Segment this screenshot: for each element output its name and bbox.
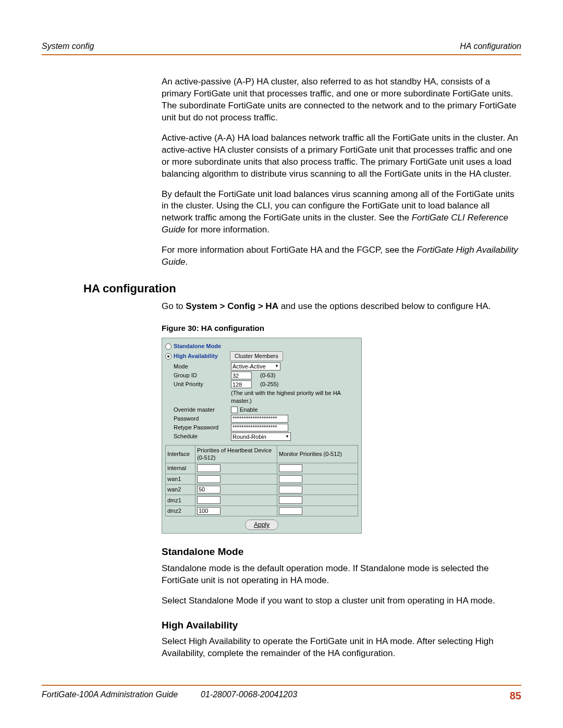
override-master-checkbox[interactable] (231, 406, 238, 413)
table-row: wan2 (166, 484, 358, 495)
monitor-input[interactable] (279, 496, 302, 504)
mode-select[interactable]: Active-Active (231, 362, 280, 371)
col-heartbeat: Priorities of Heartbeat Device (0-512) (195, 445, 277, 463)
iface-cell: wan2 (166, 484, 195, 495)
heartbeat-input[interactable] (197, 475, 221, 483)
schedule-select[interactable]: Round-Robin (231, 433, 291, 441)
monitor-input[interactable] (279, 475, 302, 483)
monitor-input[interactable] (279, 464, 302, 472)
heartbeat-input[interactable] (197, 507, 221, 515)
override-master-label: Override master (165, 406, 231, 414)
group-id-range: (0-63) (260, 372, 275, 379)
retype-password-input[interactable] (231, 424, 288, 431)
text-run: . (185, 257, 188, 267)
password-input[interactable] (231, 415, 288, 423)
mode-label: Mode (165, 363, 231, 371)
override-master-cb-label: Enable (240, 406, 258, 414)
text-run: and use the options described below to c… (278, 301, 491, 311)
unit-priority-note: (The unit with the highest priority will… (231, 389, 356, 405)
page-header: System config HA configuration (42, 42, 521, 55)
heartbeat-input[interactable] (197, 496, 221, 504)
col-interface: Interface (166, 445, 195, 463)
paragraph: For more information about FortiGate HA … (162, 244, 521, 268)
ha-config-panel: Standalone Mode High Availability Cluste… (162, 338, 362, 534)
standalone-heading: Standalone Mode (162, 545, 521, 559)
paragraph: Active-active (A-A) HA load balances net… (162, 132, 521, 180)
interface-priority-table: Interface Priorities of Heartbeat Device… (165, 445, 358, 516)
text-run: For more information about FortiGate HA … (162, 245, 417, 255)
page-footer: FortiGate-100A Administration Guide 01-2… (42, 685, 521, 702)
footer-left: FortiGate-100A Administration Guide (42, 690, 201, 702)
password-label: Password (165, 415, 231, 423)
table-row: wan1 (166, 474, 358, 484)
paragraph: An active-passive (A-P) HA cluster, also… (162, 76, 521, 124)
radio-high-availability[interactable] (165, 353, 172, 360)
footer-center: 01-28007-0068-20041203 (201, 690, 510, 702)
radio-standalone[interactable] (165, 343, 172, 350)
unit-priority-label: Unit Priority (165, 380, 231, 388)
col-monitor: Monitor Priorities (0-512) (277, 445, 358, 463)
table-row: internal (166, 463, 358, 474)
paragraph: Standalone mode is the default operation… (162, 563, 521, 587)
header-left: System config (42, 42, 94, 51)
radio-high-availability-label: High Availability (174, 352, 218, 360)
high-availability-heading: High Availability (162, 619, 521, 632)
group-id-label: Group ID (165, 372, 231, 379)
table-row: dmz1 (166, 495, 358, 505)
iface-cell: internal (166, 463, 195, 474)
nav-instruction: Go to System > Config > HA and use the o… (162, 301, 521, 313)
iface-cell: dmz1 (166, 495, 195, 505)
monitor-input[interactable] (279, 507, 302, 515)
text-run: Go to (162, 301, 186, 311)
table-row: dmz2 (166, 505, 358, 516)
unit-priority-range: (0-255) (260, 380, 278, 388)
text-run: for more information. (185, 225, 270, 235)
unit-priority-input[interactable] (231, 380, 252, 388)
header-right: HA configuration (460, 42, 521, 51)
section-heading: HA configuration (83, 282, 521, 295)
paragraph: Select High Availability to operate the … (162, 636, 521, 660)
radio-standalone-label: Standalone Mode (174, 342, 221, 350)
group-id-input[interactable] (231, 372, 252, 379)
heartbeat-input[interactable] (197, 486, 221, 493)
apply-button[interactable]: Apply (245, 520, 278, 530)
cluster-members-button[interactable]: Cluster Members (230, 351, 283, 361)
paragraph: By default the FortiGate unit load balan… (162, 189, 521, 237)
monitor-input[interactable] (279, 486, 302, 493)
nav-path: System > Config > HA (186, 301, 278, 311)
iface-cell: wan1 (166, 474, 195, 484)
heartbeat-input[interactable] (197, 464, 221, 472)
page-number: 85 (510, 690, 521, 702)
figure-caption: Figure 30: HA configuration (162, 323, 521, 334)
retype-password-label: Retype Password (165, 424, 231, 431)
paragraph: Select Standalone Mode if you want to st… (162, 595, 521, 607)
iface-cell: dmz2 (166, 505, 195, 516)
schedule-label: Schedule (165, 433, 231, 440)
